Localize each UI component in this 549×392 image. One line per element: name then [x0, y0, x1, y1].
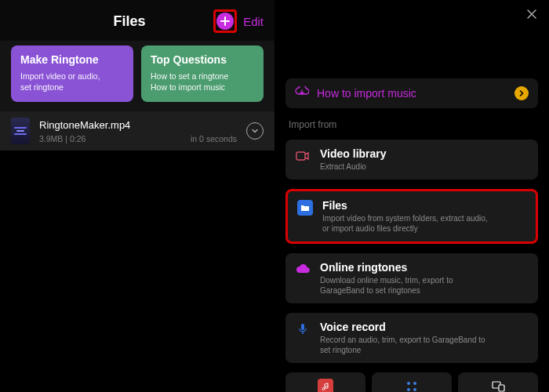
chevron-down-icon: [251, 127, 259, 135]
import-video-library[interactable]: Video library Extract Audio: [285, 140, 538, 180]
file-meta: RingtoneMaker.mp4 3.9MB | 0:26 in 0 seco…: [39, 119, 237, 143]
plus-icon: [220, 16, 230, 26]
card-sub: How to set a ringtone How to import musi…: [151, 71, 254, 93]
edit-button[interactable]: Edit: [243, 15, 264, 28]
tile-computer[interactable]: Computer: [458, 372, 538, 392]
arrow-button[interactable]: [514, 86, 529, 100]
item-body: Video library Extract Audio: [320, 147, 387, 172]
file-size-duration: 3.9MB | 0:26: [39, 134, 85, 143]
highlight-add: [213, 9, 237, 33]
tile-system-music[interactable]: System Music Library: [285, 372, 365, 392]
card-make-ringtone[interactable]: Make Ringtone Import video or audio, set…: [11, 45, 133, 102]
item-title: Voice record: [320, 321, 485, 333]
expand-button[interactable]: [246, 122, 264, 140]
cloud-music-icon: [295, 262, 311, 278]
folder-icon: [297, 200, 313, 216]
file-name: RingtoneMaker.mp4: [39, 119, 237, 131]
bottom-row: System Music Library Other apps Computer: [274, 368, 549, 392]
card-title: Top Questions: [151, 53, 254, 66]
item-sub: Import video from system folders, extrac…: [322, 213, 488, 234]
cloud-download-icon: [295, 86, 309, 100]
computer-icon: [490, 379, 506, 392]
item-sub: Record an audio, trim, export to GarageB…: [320, 335, 485, 355]
card-top-questions[interactable]: Top Questions How to set a ringtone How …: [141, 45, 264, 102]
file-row[interactable]: RingtoneMaker.mp4 3.9MB | 0:26 in 0 seco…: [0, 111, 274, 151]
section-label: Import from: [274, 108, 549, 135]
page-title: Files: [45, 13, 213, 30]
header: Files Edit: [0, 0, 274, 41]
card-sub: Import video or audio, set ringtone: [20, 71, 124, 93]
svg-rect-7: [499, 385, 504, 391]
add-button[interactable]: [216, 13, 234, 30]
item-title: Video library: [320, 147, 387, 160]
close-icon: [525, 8, 538, 20]
mic-icon: [295, 321, 311, 337]
tile-other-apps[interactable]: Other apps: [372, 372, 452, 392]
apps-grid-icon: [404, 379, 420, 392]
header-actions: Edit: [213, 9, 264, 33]
svg-point-3: [413, 382, 416, 385]
hint-text: How to import music: [317, 87, 507, 100]
how-to-import-row[interactable]: How to import music: [285, 78, 538, 108]
import-voice-record[interactable]: Voice record Record an audio, trim, expo…: [285, 313, 538, 363]
import-files[interactable]: Files Import video from system folders, …: [285, 189, 538, 244]
file-info: 3.9MB | 0:26 in 0 seconds: [39, 134, 237, 143]
import-sheet: How to import music Import from Video li…: [274, 0, 549, 392]
close-button[interactable]: [525, 8, 538, 24]
item-sub: Extract Audio: [320, 162, 387, 172]
close-row: [274, 0, 549, 24]
item-body: Files Import video from system folders, …: [322, 199, 488, 234]
svg-point-4: [407, 388, 410, 391]
item-body: Online ringtones Download online music, …: [320, 261, 453, 296]
files-screen: Files Edit Make Ringtone Import video or…: [0, 0, 274, 392]
item-sub: Download online music, trim, export to G…: [320, 275, 453, 296]
item-body: Voice record Record an audio, trim, expo…: [320, 321, 485, 355]
svg-point-2: [407, 382, 410, 385]
file-age: in 0 seconds: [191, 134, 237, 143]
music-library-icon: [318, 379, 333, 392]
card-title: Make Ringtone: [20, 53, 124, 66]
cards-row: Make Ringtone Import video or audio, set…: [0, 41, 274, 111]
chevron-right-icon: [518, 90, 525, 96]
file-thumb-icon: [11, 118, 30, 144]
import-online-ringtones[interactable]: Online ringtones Download online music, …: [285, 253, 538, 303]
video-icon: [295, 148, 311, 164]
svg-point-5: [413, 388, 416, 391]
item-title: Online ringtones: [320, 261, 453, 274]
svg-rect-1: [301, 324, 304, 330]
item-title: Files: [322, 199, 488, 212]
svg-rect-0: [296, 152, 305, 160]
